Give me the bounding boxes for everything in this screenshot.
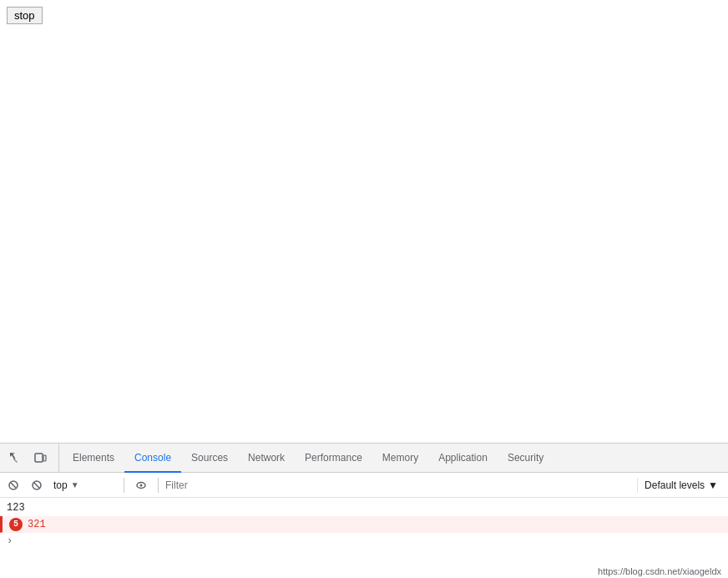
context-label: top xyxy=(53,479,68,491)
error-badge: 5 xyxy=(9,518,23,531)
svg-line-3 xyxy=(11,483,16,488)
devtools-toolbar: Elements Console Sources Network Perform… xyxy=(0,444,728,473)
tab-application[interactable]: Application xyxy=(428,444,498,473)
console-filter-input[interactable] xyxy=(165,479,634,491)
page-area: stop xyxy=(0,0,728,443)
svg-line-5 xyxy=(34,482,40,488)
chevron-down-icon: ▼ xyxy=(71,480,79,489)
devtools-panel: Elements Console Sources Network Perform… xyxy=(0,443,728,578)
stop-button[interactable]: stop xyxy=(7,7,43,24)
tab-memory[interactable]: Memory xyxy=(372,444,428,473)
console-line: 123 xyxy=(0,499,728,516)
svg-rect-1 xyxy=(43,455,46,461)
url-text: https://blog.csdn.net/xiaogeldx xyxy=(598,566,721,576)
tab-performance[interactable]: Performance xyxy=(295,444,372,473)
divider2 xyxy=(158,478,159,493)
context-selector[interactable]: top ▼ xyxy=(50,478,117,493)
toolbar-icons xyxy=(3,444,59,472)
devtools-tabs: Elements Console Sources Network Perform… xyxy=(59,444,725,472)
device-toolbar-button[interactable] xyxy=(28,446,52,469)
console-prompt-line[interactable]: › xyxy=(0,533,728,550)
block-icon-button[interactable] xyxy=(27,475,47,495)
tab-console[interactable]: Console xyxy=(124,444,181,473)
tab-security[interactable]: Security xyxy=(498,444,554,473)
url-status-bar: https://blog.csdn.net/xiaogeldx xyxy=(598,566,721,576)
tab-elements[interactable]: Elements xyxy=(63,444,124,473)
console-bar: top ▼ Default levels ▼ xyxy=(0,473,728,498)
console-log-text: 123 xyxy=(7,502,25,514)
divider xyxy=(124,478,124,493)
svg-rect-0 xyxy=(35,454,43,462)
svg-point-7 xyxy=(140,484,143,486)
prompt-chevron-icon: › xyxy=(7,535,13,547)
clear-console-button[interactable] xyxy=(3,475,23,495)
default-levels-label: Default levels xyxy=(645,479,705,491)
default-levels-chevron-icon: ▼ xyxy=(708,479,718,491)
console-error-text: 321 xyxy=(28,519,46,530)
eye-icon-button[interactable] xyxy=(131,475,151,495)
inspect-element-button[interactable] xyxy=(3,446,27,469)
tab-sources[interactable]: Sources xyxy=(181,444,238,473)
tab-network[interactable]: Network xyxy=(238,444,295,473)
console-error-line: 5 321 xyxy=(0,516,728,533)
default-levels-selector[interactable]: Default levels ▼ xyxy=(637,478,725,493)
